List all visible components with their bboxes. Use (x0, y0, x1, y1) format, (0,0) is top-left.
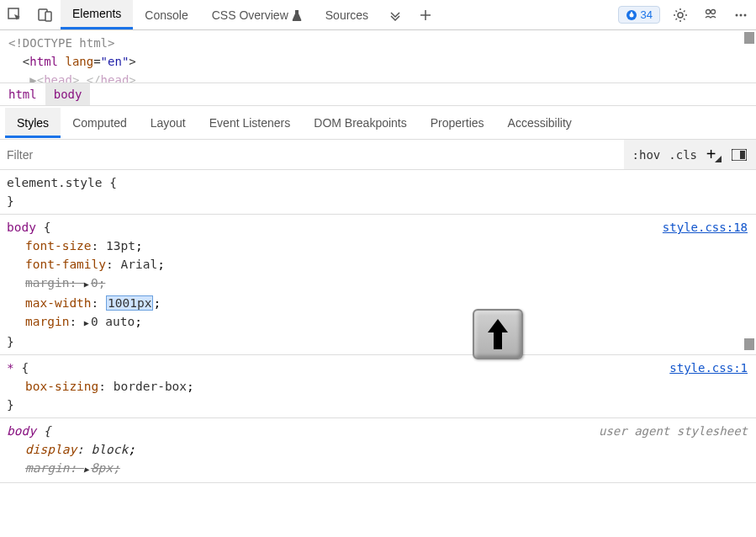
dom-html[interactable]: <html lang="en"> (8, 52, 748, 71)
svg-point-9 (736, 13, 738, 16)
breadcrumb: html body (0, 82, 756, 106)
kebab-menu-icon[interactable] (726, 0, 756, 30)
feedback-icon[interactable] (695, 0, 726, 30)
settings-icon[interactable] (665, 0, 695, 30)
close-brace: } (7, 192, 749, 210)
decl-box-sizing[interactable]: box-sizing: border-box; (7, 377, 749, 396)
source-link-star[interactable]: style.css:1 (669, 359, 748, 377)
issues-count: 34 (641, 8, 653, 21)
decl-max-width[interactable]: max-width: 1001px; (7, 294, 749, 312)
dom-head[interactable]: ▶<head> </head> (8, 71, 748, 82)
new-tab-icon[interactable] (410, 0, 441, 30)
svg-rect-5 (631, 12, 632, 14)
up-arrow-key-overlay (473, 309, 523, 359)
top-tabs: Elements Console CSS Overview Sources (61, 0, 380, 29)
svg-point-7 (706, 9, 711, 13)
filter-actions: :hov .cls + (624, 140, 756, 169)
subtab-accessibility[interactable]: Accessibility (496, 108, 584, 138)
decl-margin[interactable]: margin: ▶0 auto; (7, 312, 749, 332)
tab-css-overview-label: CSS Overview (212, 8, 288, 22)
subtab-computed[interactable]: Computed (61, 108, 139, 138)
tab-sources[interactable]: Sources (314, 0, 380, 29)
styles-panel: element.style { } style.css:18 body { fo… (0, 170, 756, 537)
svg-rect-13 (740, 151, 745, 159)
cls-toggle[interactable]: .cls (669, 148, 697, 162)
selector-body: body (7, 221, 36, 234)
svg-point-8 (711, 9, 716, 13)
dom-scrollbar[interactable] (744, 32, 754, 44)
dom-tree-panel[interactable]: <!DOCTYPE html> <html lang="en"> ▶<head>… (0, 30, 756, 82)
filter-input[interactable] (0, 141, 624, 168)
subtab-event-listeners[interactable]: Event Listeners (198, 108, 303, 138)
subtab-dom-breakpoints[interactable]: DOM Breakpoints (302, 108, 418, 138)
rule-element-style[interactable]: element.style { } (0, 170, 756, 215)
devtools-toolbar: Elements Console CSS Overview Sources 34 (0, 0, 756, 30)
computed-styles-sidebar-icon[interactable] (731, 146, 748, 163)
inspect-element-icon[interactable] (0, 0, 30, 30)
beaker-icon (292, 9, 302, 21)
more-tabs-icon[interactable] (380, 0, 410, 30)
issues-badge[interactable]: 34 (618, 6, 660, 24)
editing-value[interactable]: 1001px (106, 295, 153, 311)
rule-star[interactable]: style.css:1 * { box-sizing: border-box; … (0, 355, 756, 418)
up-arrow-icon (485, 317, 510, 351)
crumb-body[interactable]: body (45, 83, 91, 105)
rule-ua-body[interactable]: user agent stylesheet body { display: bl… (0, 418, 756, 483)
decl-ua-margin[interactable]: margin: ▶8px; (7, 459, 749, 479)
new-style-rule-icon[interactable]: + (706, 146, 722, 163)
hov-toggle[interactable]: :hov (632, 148, 661, 162)
subtab-styles[interactable]: Styles (5, 108, 61, 138)
styles-filter-bar: :hov .cls + (0, 140, 756, 170)
rule-body[interactable]: style.css:18 body { font-size: 13pt; fon… (0, 215, 756, 355)
decl-margin-overridden[interactable]: margin: ▶0; (7, 274, 749, 294)
source-link-body[interactable]: style.css:18 (663, 218, 748, 237)
subtab-layout[interactable]: Layout (139, 108, 198, 138)
selector-element-style: element.style (7, 176, 103, 189)
tab-elements[interactable]: Elements (61, 0, 133, 29)
decl-font-family[interactable]: font-family: Arial; (7, 255, 749, 274)
selector-ua-body: body (7, 424, 36, 438)
svg-point-10 (740, 13, 743, 16)
svg-point-6 (678, 13, 683, 18)
svg-point-11 (744, 13, 747, 16)
svg-rect-2 (45, 12, 51, 21)
crumb-html[interactable]: html (0, 83, 45, 105)
decl-font-size[interactable]: font-size: 13pt; (7, 237, 749, 255)
tab-css-overview[interactable]: CSS Overview (200, 0, 314, 29)
styles-subtabs: Styles Computed Layout Event Listeners D… (0, 106, 756, 140)
decl-display[interactable]: display: block; (7, 440, 749, 459)
tab-console[interactable]: Console (133, 0, 199, 29)
dom-doctype: <!DOCTYPE html> (8, 34, 748, 52)
ua-stylesheet-label: user agent stylesheet (599, 422, 748, 440)
subtab-properties[interactable]: Properties (419, 108, 496, 138)
device-toolbar-icon[interactable] (30, 0, 61, 30)
selector-star: * (7, 361, 14, 375)
styles-scrollbar[interactable] (744, 338, 754, 350)
